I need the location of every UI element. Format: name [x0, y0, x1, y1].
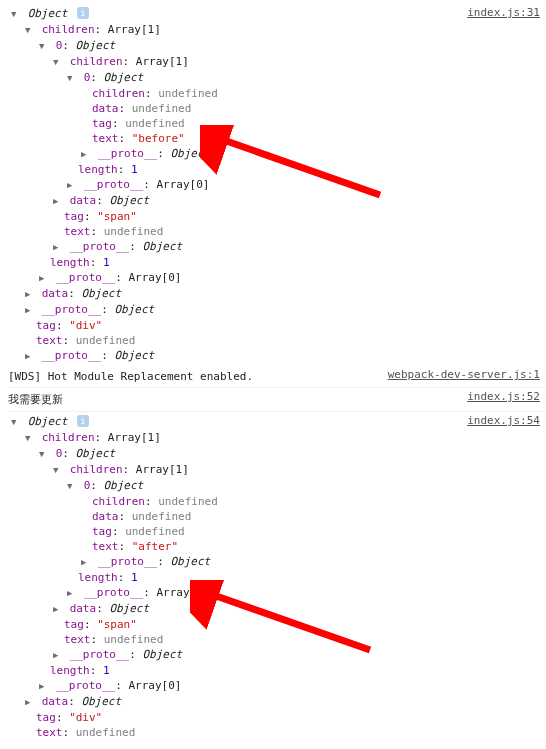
tree-node: data: undefined — [8, 101, 542, 116]
chevron-right-icon[interactable]: ▶ — [53, 648, 63, 663]
tree-node[interactable]: ▼ children: Array[1] — [8, 54, 542, 70]
tree-node[interactable]: ▶ __proto__: Object — [8, 302, 542, 318]
tree-node: tag: "div" — [8, 318, 542, 333]
tree-node[interactable]: ▼ 0: Object — [8, 478, 542, 494]
chevron-right-icon[interactable]: ▶ — [25, 287, 35, 302]
chevron-right-icon[interactable]: ▶ — [25, 303, 35, 318]
chevron-down-icon[interactable]: ▼ — [67, 71, 77, 86]
chevron-down-icon[interactable]: ▼ — [11, 7, 21, 22]
info-icon[interactable]: i — [77, 7, 89, 19]
chevron-down-icon[interactable]: ▼ — [53, 463, 63, 478]
chevron-right-icon[interactable]: ▶ — [25, 695, 35, 710]
log-entry: index.js:54 ▼ Object i ▼ children: Array… — [8, 412, 546, 742]
tree-node: text: undefined — [8, 632, 542, 647]
tree-node: tag: undefined — [8, 524, 542, 539]
chevron-right-icon[interactable]: ▶ — [53, 602, 63, 617]
tree-node[interactable]: ▼ children: Array[1] — [8, 462, 542, 478]
tree-node: tag: "div" — [8, 710, 542, 725]
tree-node[interactable]: ▶ __proto__: Array[0] — [8, 585, 542, 601]
tree-node[interactable]: ▶ __proto__: Array[0] — [8, 678, 542, 694]
tree-node: length: 1 — [8, 162, 542, 177]
chevron-right-icon[interactable]: ▶ — [81, 555, 91, 570]
tree-node: text: undefined — [8, 224, 542, 239]
chevron-down-icon[interactable]: ▼ — [25, 431, 35, 446]
tree-node[interactable]: ▼ 0: Object — [8, 446, 542, 462]
log-entry: index.js:52 我需要更新 — [8, 388, 546, 412]
chevron-right-icon[interactable]: ▶ — [25, 349, 35, 364]
chevron-right-icon[interactable]: ▶ — [39, 679, 49, 694]
chevron-down-icon[interactable]: ▼ — [25, 23, 35, 38]
chevron-down-icon[interactable]: ▼ — [11, 415, 21, 430]
log-entry: webpack-dev-server.js:1 [WDS] Hot Module… — [8, 366, 546, 388]
tree-node[interactable]: ▼ children: Array[1] — [8, 22, 542, 38]
tree-node: tag: "span" — [8, 209, 542, 224]
tree-node[interactable]: ▼ 0: Object — [8, 70, 542, 86]
tree-node: data: undefined — [8, 509, 542, 524]
tree-node[interactable]: ▶ data: Object — [8, 601, 542, 617]
chevron-right-icon[interactable]: ▶ — [53, 194, 63, 209]
chevron-down-icon[interactable]: ▼ — [39, 39, 49, 54]
chevron-right-icon[interactable]: ▶ — [81, 147, 91, 162]
source-link[interactable]: index.js:52 — [467, 390, 540, 403]
tree-node: length: 1 — [8, 570, 542, 585]
chevron-down-icon[interactable]: ▼ — [53, 55, 63, 70]
tree-node: length: 1 — [8, 255, 542, 270]
log-entry: index.js:31 ▼ Object i ▼ children: Array… — [8, 4, 546, 366]
tree-node[interactable]: ▶ data: Object — [8, 694, 542, 710]
tree-node: tag: "span" — [8, 617, 542, 632]
tree-node[interactable]: ▶ data: Object — [8, 193, 542, 209]
info-icon[interactable]: i — [77, 415, 89, 427]
chevron-down-icon[interactable]: ▼ — [67, 479, 77, 494]
tree-node[interactable]: ▶ __proto__: Object — [8, 348, 542, 364]
tree-node: tag: undefined — [8, 116, 542, 131]
tree-node[interactable]: ▶ __proto__: Array[0] — [8, 270, 542, 286]
tree-node: length: 1 — [8, 663, 542, 678]
update-log: 我需要更新 — [8, 390, 542, 409]
tree-node[interactable]: ▶ __proto__: Object — [8, 146, 542, 162]
tree-node-root[interactable]: ▼ Object i — [8, 414, 542, 430]
chevron-right-icon[interactable]: ▶ — [39, 271, 49, 286]
tree-node[interactable]: ▼ 0: Object — [8, 38, 542, 54]
chevron-down-icon[interactable]: ▼ — [39, 447, 49, 462]
chevron-right-icon[interactable]: ▶ — [67, 586, 77, 601]
tree-node-text-after: text: "after" — [8, 539, 542, 554]
tree-node: text: undefined — [8, 725, 542, 740]
tree-node[interactable]: ▶ __proto__: Array[0] — [8, 177, 542, 193]
tree-node: children: undefined — [8, 494, 542, 509]
tree-node: children: undefined — [8, 86, 542, 101]
tree-node-text-before: text: "before" — [8, 131, 542, 146]
tree-node[interactable]: ▶ __proto__: Object — [8, 239, 542, 255]
tree-node[interactable]: ▶ __proto__: Object — [8, 554, 542, 570]
tree-node: text: undefined — [8, 333, 542, 348]
tree-node[interactable]: ▼ children: Array[1] — [8, 430, 542, 446]
tree-node[interactable]: ▶ data: Object — [8, 286, 542, 302]
chevron-right-icon[interactable]: ▶ — [53, 240, 63, 255]
tree-node-root[interactable]: ▼ Object i — [8, 6, 542, 22]
console-output: index.js:31 ▼ Object i ▼ children: Array… — [0, 0, 546, 746]
tree-node[interactable]: ▶ __proto__: Object — [8, 647, 542, 663]
chevron-right-icon[interactable]: ▶ — [67, 178, 77, 193]
source-link[interactable]: webpack-dev-server.js:1 — [388, 368, 540, 381]
